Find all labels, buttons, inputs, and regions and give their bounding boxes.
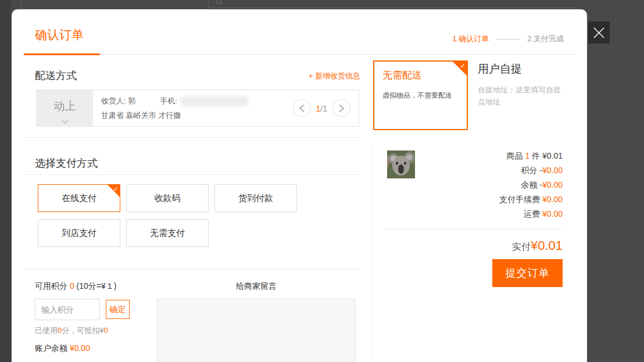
page-title: 确认订单 bbox=[35, 27, 84, 43]
summary-row-fee: 支付手续费 ¥0.00 bbox=[418, 192, 563, 207]
chevron-left-icon bbox=[299, 104, 305, 112]
address-tab[interactable]: 动上 bbox=[37, 90, 93, 126]
total-label: 实付 bbox=[512, 242, 531, 252]
address-tab-label: 动上 bbox=[54, 99, 76, 114]
address-card[interactable]: 动上 收货人: 郭 手机: 甘肃省 嘉峪关市 才行撒 1/1 bbox=[36, 89, 359, 127]
shipping-option-title: 用户自提 bbox=[478, 62, 577, 77]
merchant-message-textarea[interactable] bbox=[157, 299, 356, 362]
section-divider bbox=[23, 137, 360, 138]
payment-heading: 选择支付方式 bbox=[35, 156, 98, 170]
product-thumbnail bbox=[387, 150, 415, 178]
close-icon bbox=[593, 27, 604, 38]
phone-label: 手机: bbox=[160, 96, 177, 106]
prev-address-button[interactable] bbox=[293, 99, 311, 117]
header-divider-accent bbox=[24, 53, 100, 55]
payment-option-label: 收款码 bbox=[155, 193, 181, 204]
address-pagination: 1/1 bbox=[293, 99, 350, 117]
add-address-link[interactable]: + 新增收货信息 bbox=[35, 71, 360, 81]
points-available-value: 0 bbox=[70, 281, 74, 291]
points-confirm-button[interactable]: 确定 bbox=[106, 300, 130, 319]
payment-option-online[interactable]: ✓ 在线支付 bbox=[38, 184, 120, 212]
background-checkbox-icon bbox=[217, 0, 221, 3]
chevron-down-icon bbox=[61, 120, 69, 124]
payment-option-label: 在线支付 bbox=[62, 193, 96, 204]
order-summary: 商品 1 件 ¥0.01 积分 -¥0.00 余额 -¥0.00 支付手续费 ¥… bbox=[418, 149, 563, 221]
chevron-right-icon bbox=[338, 104, 345, 112]
confirm-order-modal: 确认订单 1.确认订单 2.支付完成 配送方式 + 新增收货信息 动上 收货人:… bbox=[12, 9, 587, 362]
checkout-steps: 1.确认订单 2.支付完成 bbox=[452, 34, 564, 44]
step-confirm-order: 1.确认订单 bbox=[452, 34, 489, 44]
summary-row-balance: 余额 -¥0.00 bbox=[418, 178, 563, 192]
header-divider bbox=[23, 54, 575, 55]
payment-option-none[interactable]: 无需支付 bbox=[126, 219, 209, 247]
background-divider bbox=[208, 8, 580, 8]
merchant-message-label: 给商家留言 bbox=[157, 281, 356, 292]
summary-row-points: 积分 -¥0.00 bbox=[418, 163, 563, 178]
payment-option-label: 到店支付 bbox=[62, 228, 96, 239]
shipping-option-desc: 自提地址：这里填写自提点地址 bbox=[478, 84, 566, 109]
payment-option-label: 货到付款 bbox=[238, 193, 273, 204]
pagination-count: 1/1 bbox=[316, 103, 327, 113]
check-icon: ✓ bbox=[460, 62, 466, 70]
koala-image bbox=[387, 150, 415, 178]
points-available-line: 可用积分 0 (10分=¥１) bbox=[35, 281, 116, 292]
payment-option-instore[interactable]: 到店支付 bbox=[38, 219, 120, 247]
background-left-strip bbox=[0, 0, 11, 362]
section-divider bbox=[23, 174, 360, 175]
account-balance-line: 账户余额 ¥0.00 bbox=[35, 343, 90, 354]
receiver-label: 收货人: 郭 bbox=[101, 96, 135, 106]
step-payment-complete: 2.支付完成 bbox=[527, 34, 564, 44]
submit-order-button[interactable]: 提交订单 bbox=[492, 259, 563, 287]
background-divider bbox=[21, 0, 22, 9]
column-divider bbox=[372, 145, 373, 362]
points-input[interactable] bbox=[35, 299, 100, 320]
summary-row-goods: 商品 1 件 ¥0.01 bbox=[418, 149, 563, 163]
phone-number-redacted bbox=[180, 96, 249, 106]
payment-option-qrcode[interactable]: 收款码 bbox=[126, 184, 209, 212]
section-divider bbox=[23, 269, 360, 270]
step-connector bbox=[496, 39, 520, 40]
close-button[interactable] bbox=[588, 21, 610, 44]
payment-option-cod[interactable]: 货到付款 bbox=[214, 184, 297, 212]
check-icon: ✓ bbox=[113, 185, 119, 193]
account-balance-value: ¥0.00 bbox=[70, 343, 90, 353]
shipping-option-pickup[interactable]: 用户自提 自提地址：这里填写自提点地址 bbox=[478, 62, 577, 109]
points-used-line: 已使用0分，可抵扣¥0 bbox=[35, 325, 108, 336]
total-line: 实付¥0.01 bbox=[385, 238, 563, 253]
payment-option-label: 无需支付 bbox=[150, 228, 185, 239]
shipping-option-desc: 虚拟物品，不需要配送 bbox=[382, 90, 459, 101]
shipping-option-no-delivery[interactable]: ✓ 无需配送 虚拟物品，不需要配送 bbox=[373, 60, 468, 130]
next-address-button[interactable] bbox=[332, 99, 350, 117]
summary-divider bbox=[385, 229, 563, 230]
payment-options: ✓ 在线支付 收款码 货到付款 到店支付 无需支付 bbox=[38, 184, 311, 247]
summary-row-shipping: 运费 ¥0.00 bbox=[418, 207, 563, 221]
total-value: ¥0.01 bbox=[531, 238, 563, 253]
